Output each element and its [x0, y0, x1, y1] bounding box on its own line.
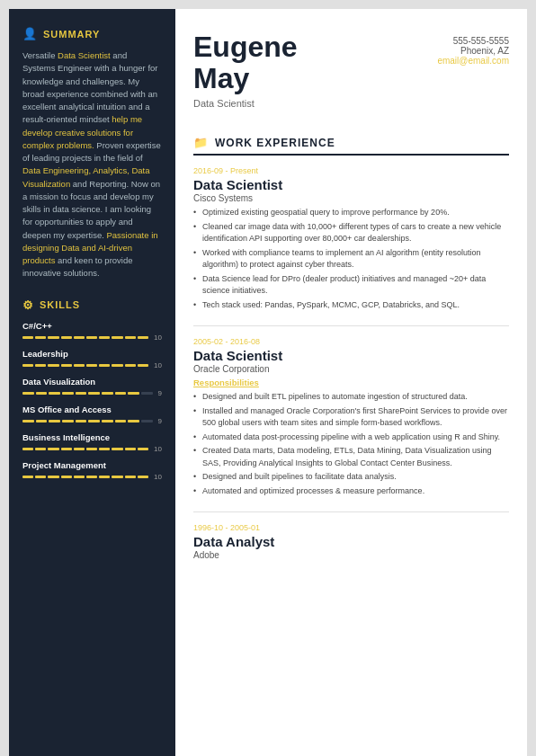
skill-name: MS Office and Access	[22, 405, 162, 414]
skill-bar: 9	[22, 417, 162, 425]
job-bullet: Automated and optimized processes & meas…	[193, 485, 509, 498]
job-bullet: Created Data marts, Data modeling, ETLs,…	[193, 445, 509, 469]
skill-dot	[141, 420, 153, 422]
summary-section: 👤 SUMMARY Versatile Data Scientist and S…	[22, 27, 162, 280]
skill-dot	[76, 420, 87, 422]
skill-name: Business Intelligence	[22, 432, 162, 442]
skill-name: Leadership	[22, 349, 162, 359]
skill-dot	[138, 476, 148, 478]
header-right: 555-555-5555 Phoenix, AZ email@email.com	[437, 31, 509, 66]
skill-bar: 10	[22, 473, 162, 481]
job-title: Data Scientist	[193, 348, 509, 363]
skill-item: Project Management10	[22, 460, 162, 481]
skill-dot	[48, 336, 58, 339]
skill-dot	[76, 392, 87, 395]
skill-dot	[128, 420, 139, 422]
job-company: Adobe	[193, 550, 509, 560]
skill-dot	[22, 476, 33, 478]
job-date: 2016-09 - Present	[193, 166, 509, 175]
skill-dot	[138, 336, 148, 339]
main-content: Eugene May Data Scientist 555-555-5555 P…	[175, 9, 527, 756]
skill-dot	[61, 336, 72, 339]
job-title: Data Scientist	[193, 177, 509, 192]
skill-dot	[141, 392, 153, 395]
skill-dot	[48, 476, 58, 478]
sidebar: 👤 SUMMARY Versatile Data Scientist and S…	[9, 9, 175, 756]
skill-dot	[88, 420, 100, 422]
skill-name: Data Visualization	[22, 377, 162, 387]
skill-dot	[22, 392, 34, 395]
skill-dot	[86, 448, 97, 450]
skill-dot	[99, 448, 110, 450]
summary-title: 👤 SUMMARY	[22, 27, 162, 40]
skill-dot	[35, 364, 46, 367]
work-experience-icon: 📁	[193, 136, 209, 149]
skill-dot	[48, 364, 58, 367]
summary-text: Versatile Data Scientist and Systems Eng…	[22, 49, 162, 280]
skill-dot	[125, 336, 136, 339]
skill-score: 10	[154, 445, 162, 453]
job-entry: 1996-10 - 2005-01Data AnalystAdobe	[193, 523, 509, 560]
skill-dot	[36, 420, 48, 422]
skill-bar: 9	[22, 389, 162, 397]
job-bullets: Optimized existing geospatial query to i…	[193, 207, 509, 311]
job-bullets: Designed and built ETL pipelines to auto…	[193, 391, 509, 497]
location: Phoenix, AZ	[437, 46, 509, 56]
skill-dot	[62, 420, 74, 422]
job-bullet: Optimized existing geospatial query to i…	[193, 207, 509, 219]
skill-dot	[125, 476, 136, 478]
skill-dot	[61, 364, 72, 367]
skill-bar: 10	[22, 361, 162, 369]
phone: 555-555-5555	[437, 36, 509, 46]
skill-dot	[22, 448, 33, 450]
skill-dot	[62, 392, 74, 395]
skill-name: C#/C++	[22, 321, 162, 331]
skill-dot	[49, 392, 60, 395]
skill-item: C#/C++10	[22, 321, 162, 342]
job-bullet: Designed and built pipelines to facilita…	[193, 471, 509, 484]
skill-dot	[48, 448, 58, 450]
skill-score: 9	[158, 389, 162, 397]
job-bullet: Automated data post-processing pipeline …	[193, 431, 509, 444]
candidate-name: Eugene May	[193, 31, 298, 94]
skill-item: Business Intelligence10	[22, 432, 162, 453]
skill-dot	[99, 336, 110, 339]
skills-list: C#/C++10Leadership10Data Visualization9M…	[22, 321, 162, 481]
skill-dot	[112, 448, 122, 450]
skill-score: 10	[154, 334, 162, 342]
skill-dot	[22, 336, 33, 339]
skill-dot	[125, 448, 136, 450]
skill-dot	[36, 392, 48, 395]
job-date: 2005-02 - 2016-08	[193, 337, 509, 346]
skills-icon: ⚙	[22, 298, 34, 312]
job-bullet: Installed and managed Oracle Corporation…	[193, 405, 509, 430]
skill-dot	[99, 476, 110, 478]
job-divider	[193, 511, 509, 512]
job-date: 1996-10 - 2005-01	[193, 523, 509, 532]
skill-dot	[74, 476, 85, 478]
skill-dot	[112, 476, 122, 478]
skill-dot	[22, 364, 33, 367]
skill-dot	[88, 392, 100, 395]
skill-name: Project Management	[22, 460, 162, 470]
skill-dot	[74, 448, 85, 450]
skill-score: 9	[158, 417, 162, 425]
skill-dot	[74, 364, 85, 367]
skill-dot	[74, 336, 85, 339]
skill-score: 10	[154, 473, 162, 481]
skill-dot	[102, 392, 113, 395]
job-bullet: Data Science lead for DPro (dealer produ…	[193, 273, 509, 298]
skill-dot	[112, 364, 122, 367]
skill-dot	[35, 448, 46, 450]
email: email@email.com	[437, 56, 509, 66]
candidate-title: Data Scientist	[193, 98, 298, 109]
resume-page: 👤 SUMMARY Versatile Data Scientist and S…	[9, 9, 527, 756]
skill-dot	[128, 392, 139, 395]
skill-dot	[61, 476, 72, 478]
skill-dot	[22, 420, 34, 422]
summary-icon: 👤	[22, 27, 38, 40]
skill-bar: 10	[22, 445, 162, 453]
job-bullet: Worked with compliance teams to implemen…	[193, 247, 509, 271]
skill-dot	[86, 336, 97, 339]
job-company: Cisco Systems	[193, 193, 509, 203]
